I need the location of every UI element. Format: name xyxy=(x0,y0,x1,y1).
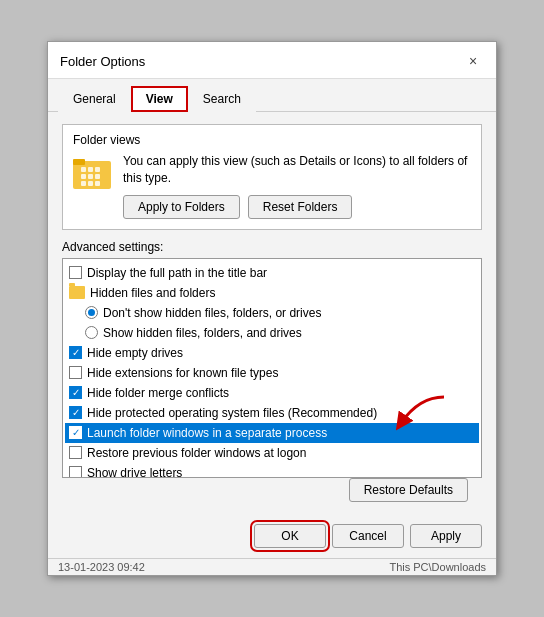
list-item[interactable]: Hide extensions for known file types xyxy=(65,363,479,383)
item-label: Hide empty drives xyxy=(87,344,183,362)
item-label: Hide protected operating system files (R… xyxy=(87,404,377,422)
folder-options-dialog: Folder Options × General View Search Fol… xyxy=(47,41,497,576)
arrow-icon xyxy=(389,395,449,435)
list-item[interactable]: Hide empty drives xyxy=(65,343,479,363)
checkbox-restore-prev[interactable] xyxy=(69,446,82,459)
svg-rect-7 xyxy=(88,174,93,179)
folder-views-description: You can apply this view (such as Details… xyxy=(123,153,471,187)
svg-rect-5 xyxy=(95,167,100,172)
svg-rect-8 xyxy=(95,174,100,179)
list-item[interactable]: Don't show hidden files, folders, or dri… xyxy=(65,303,479,323)
checkbox-hide-extensions[interactable] xyxy=(69,366,82,379)
svg-rect-10 xyxy=(88,181,93,186)
folder-views-label: Folder views xyxy=(73,133,471,147)
item-label: Show hidden files, folders, and drives xyxy=(103,324,302,342)
checkbox-hide-merge[interactable] xyxy=(69,386,82,399)
cancel-button[interactable]: Cancel xyxy=(332,524,404,548)
folder-views-right: You can apply this view (such as Details… xyxy=(123,153,471,219)
svg-rect-3 xyxy=(81,167,86,172)
folder-views-inner: You can apply this view (such as Details… xyxy=(73,153,471,219)
radio-dont-show-hidden[interactable] xyxy=(85,306,98,319)
svg-rect-11 xyxy=(95,181,100,186)
apply-to-folders-button[interactable]: Apply to Folders xyxy=(123,195,240,219)
list-item[interactable]: Display the full path in the title bar xyxy=(65,263,479,283)
tab-search[interactable]: Search xyxy=(188,86,256,112)
svg-rect-6 xyxy=(81,174,86,179)
item-label: Restore previous folder windows at logon xyxy=(87,444,306,462)
item-label: Hidden files and folders xyxy=(90,284,215,302)
checkbox-launch-folder[interactable] xyxy=(69,426,82,439)
svg-rect-9 xyxy=(81,181,86,186)
folder-icon-small xyxy=(69,286,85,299)
taskbar-time: 13-01-2023 09:42 xyxy=(58,561,145,573)
advanced-label: Advanced settings: xyxy=(62,240,482,254)
tab-bar: General View Search xyxy=(48,79,496,112)
svg-rect-4 xyxy=(88,167,93,172)
list-item[interactable]: Hide protected operating system files (R… xyxy=(65,403,479,423)
close-button[interactable]: × xyxy=(462,50,484,72)
list-item[interactable]: Show drive letters xyxy=(65,463,479,478)
item-label: Launch folder windows in a separate proc… xyxy=(87,424,327,442)
checkbox-hide-protected[interactable] xyxy=(69,406,82,419)
dialog-title: Folder Options xyxy=(60,54,145,69)
list-item[interactable]: Show hidden files, folders, and drives xyxy=(65,323,479,343)
tab-view[interactable]: View xyxy=(131,86,188,112)
folder-views-section: Folder views xyxy=(62,124,482,230)
advanced-settings-list[interactable]: Display the full path in the title bar H… xyxy=(62,258,482,478)
apply-button[interactable]: Apply xyxy=(410,524,482,548)
item-label: Display the full path in the title bar xyxy=(87,264,267,282)
folder-icon xyxy=(73,155,113,191)
item-label: Hide folder merge conflicts xyxy=(87,384,229,402)
taskbar-path: This PC\Downloads xyxy=(389,561,486,573)
folder-views-buttons: Apply to Folders Reset Folders xyxy=(123,195,471,219)
svg-rect-2 xyxy=(73,159,85,165)
item-label: Show drive letters xyxy=(87,464,182,478)
dialog-buttons: OK Cancel Apply xyxy=(48,518,496,558)
title-bar: Folder Options × xyxy=(48,42,496,79)
taskbar-hint: 13-01-2023 09:42 This PC\Downloads xyxy=(48,558,496,575)
checkbox-display-path[interactable] xyxy=(69,266,82,279)
reset-folders-button[interactable]: Reset Folders xyxy=(248,195,353,219)
restore-defaults-button[interactable]: Restore Defaults xyxy=(349,478,468,502)
restore-defaults-row: Restore Defaults xyxy=(62,478,482,506)
radio-show-hidden[interactable] xyxy=(85,326,98,339)
list-item: Hidden files and folders xyxy=(65,283,479,303)
tab-general[interactable]: General xyxy=(58,86,131,112)
item-label: Hide extensions for known file types xyxy=(87,364,278,382)
checkbox-show-drive-letters[interactable] xyxy=(69,466,82,478)
list-item[interactable]: Restore previous folder windows at logon xyxy=(65,443,479,463)
tab-content: Folder views xyxy=(48,112,496,518)
checkbox-hide-empty-drives[interactable] xyxy=(69,346,82,359)
ok-button[interactable]: OK xyxy=(254,524,326,548)
item-label: Don't show hidden files, folders, or dri… xyxy=(103,304,321,322)
